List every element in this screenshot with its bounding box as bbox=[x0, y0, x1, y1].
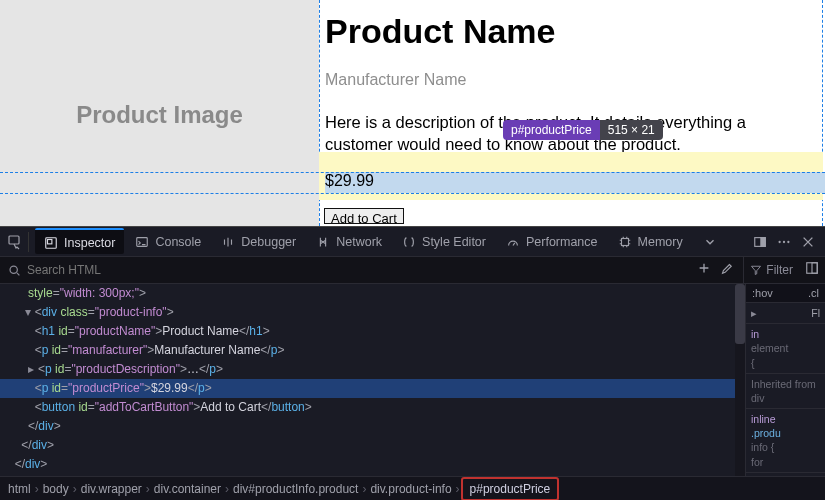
dom-line: ▸<p id="productDescription">…</p> bbox=[0, 360, 745, 379]
svg-point-7 bbox=[778, 240, 780, 242]
layout-icon[interactable] bbox=[799, 261, 825, 279]
styles-toggles: :hov .cl bbox=[746, 284, 825, 303]
section-label: Fl bbox=[811, 306, 820, 320]
svg-point-10 bbox=[10, 266, 17, 273]
search-html[interactable] bbox=[0, 263, 687, 277]
add-element-icon[interactable] bbox=[697, 261, 711, 279]
styles-block[interactable]: in element { bbox=[746, 324, 825, 374]
crumb[interactable]: div.product-info bbox=[370, 482, 451, 496]
tab-label: Memory bbox=[638, 235, 683, 249]
svg-point-8 bbox=[783, 240, 785, 242]
tab-style-editor[interactable]: Style Editor bbox=[393, 231, 495, 253]
devtools-tabs: Inspector Console Debugger Network Style… bbox=[0, 226, 825, 256]
svg-rect-6 bbox=[761, 237, 765, 246]
crumb[interactable]: html bbox=[8, 482, 31, 496]
dom-line: <h1 id="productName">Product Name</h1> bbox=[0, 322, 745, 341]
styles-block: Inherited from div bbox=[746, 374, 825, 409]
dock-side-icon[interactable] bbox=[753, 235, 767, 249]
filter-styles[interactable]: Filter bbox=[743, 257, 799, 283]
tab-label: Console bbox=[155, 235, 201, 249]
svg-rect-4 bbox=[621, 238, 628, 245]
annotation-box bbox=[503, 120, 663, 140]
rule-text: inline bbox=[751, 412, 820, 426]
product-price: $29.99 bbox=[325, 172, 374, 190]
svg-rect-12 bbox=[812, 263, 817, 274]
close-icon[interactable] bbox=[801, 235, 815, 249]
crumb[interactable]: div.container bbox=[154, 482, 221, 496]
svg-point-9 bbox=[787, 240, 789, 242]
tab-network[interactable]: Network bbox=[307, 231, 391, 253]
dom-line: ▾<div class="product-info"> bbox=[0, 303, 745, 322]
kebab-icon[interactable] bbox=[777, 235, 791, 249]
crumb[interactable]: div.wrapper bbox=[81, 482, 142, 496]
inspector-guide-top bbox=[0, 172, 825, 173]
styles-block[interactable]: ▸Fl bbox=[746, 303, 825, 324]
styles-block[interactable]: inline .produ info { for bbox=[746, 409, 825, 473]
crumb[interactable]: div#productInfo.product bbox=[233, 482, 358, 496]
tab-inspector[interactable]: Inspector bbox=[35, 228, 124, 254]
inspector-tooltip: p#productPrice 515 × 21 bbox=[503, 120, 663, 140]
tab-console[interactable]: Console bbox=[126, 231, 210, 253]
tab-label: Inspector bbox=[64, 236, 115, 250]
product-info: Product Name Manufacturer Name Here is a… bbox=[319, 0, 823, 166]
pick-element-icon[interactable] bbox=[6, 234, 22, 250]
dom-line: style="width: 300px;"> bbox=[0, 284, 745, 303]
rule-text: .produ bbox=[751, 426, 820, 440]
dom-line-selected: <p id="productPrice">$29.99</p> bbox=[0, 379, 745, 398]
tab-label: Style Editor bbox=[422, 235, 486, 249]
inspector-element-highlight bbox=[325, 172, 825, 193]
search-input[interactable] bbox=[27, 263, 227, 277]
tabs-overflow[interactable] bbox=[694, 231, 726, 253]
manufacturer-name: Manufacturer Name bbox=[325, 71, 817, 89]
crumb[interactable]: body bbox=[43, 482, 69, 496]
crumb-current[interactable]: p#productPrice bbox=[464, 480, 557, 498]
eyedropper-icon[interactable] bbox=[719, 261, 733, 279]
tab-label: Debugger bbox=[241, 235, 296, 249]
product-name: Product Name bbox=[325, 12, 817, 51]
dom-tree[interactable]: style="width: 300px;"> ▾<div class="prod… bbox=[0, 284, 745, 476]
tab-label: Performance bbox=[526, 235, 598, 249]
cls-toggle[interactable]: .cl bbox=[808, 287, 819, 299]
svg-rect-0 bbox=[9, 236, 19, 244]
page-content: Product Image Product Name Manufacturer … bbox=[0, 0, 825, 226]
hov-toggle[interactable]: :hov bbox=[752, 287, 773, 299]
product-image-label: Product Image bbox=[76, 101, 243, 129]
tab-memory[interactable]: Memory bbox=[609, 231, 692, 253]
inspector-guide-bottom bbox=[0, 193, 825, 194]
dom-line: <p id="manufacturer">Manufacturer Name</… bbox=[0, 341, 745, 360]
tab-performance[interactable]: Performance bbox=[497, 231, 607, 253]
scrollbar-thumb[interactable] bbox=[735, 284, 745, 344]
toolbar-secondary: Filter bbox=[0, 256, 825, 284]
add-to-cart-button[interactable]: Add to Cart bbox=[324, 208, 404, 224]
dom-line: <button id="addToCartButton">Add to Cart… bbox=[0, 398, 745, 417]
scrollbar[interactable] bbox=[735, 284, 745, 476]
dom-line: </div> bbox=[0, 455, 745, 474]
rule-text: info { bbox=[751, 440, 820, 454]
breadcrumbs: html› body› div.wrapper› div.container› … bbox=[0, 476, 825, 500]
filter-label: Filter bbox=[766, 263, 793, 277]
dom-line: </div> bbox=[0, 417, 745, 436]
svg-rect-2 bbox=[48, 239, 52, 243]
tab-label: Network bbox=[336, 235, 382, 249]
dom-line: </div> bbox=[0, 436, 745, 455]
styles-panel: :hov .cl ▸Fl in element { Inherited from… bbox=[745, 284, 825, 476]
devtools-panel: Inspector Console Debugger Network Style… bbox=[0, 226, 825, 500]
rule-text: element { bbox=[751, 341, 820, 369]
tab-debugger[interactable]: Debugger bbox=[212, 231, 305, 253]
